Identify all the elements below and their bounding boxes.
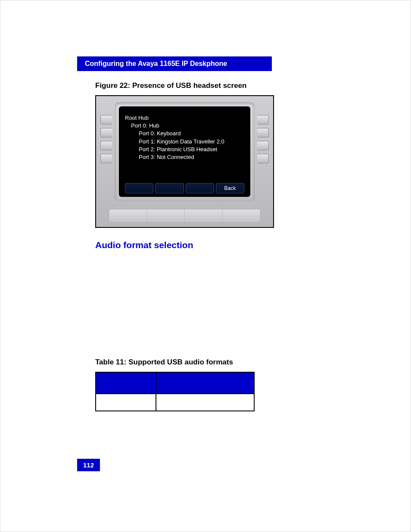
usb-device-tree: Root Hub Port 0: Hub Port 0: Keyboard Po… xyxy=(125,114,244,180)
section-heading-audio-format: Audio format selection xyxy=(95,240,342,250)
softkey-row: Back xyxy=(125,183,244,193)
side-key[interactable] xyxy=(100,154,112,163)
softkey-back[interactable]: Back xyxy=(216,183,244,193)
table-header-cell xyxy=(96,372,156,394)
table-cell xyxy=(96,394,156,411)
side-key[interactable] xyxy=(257,154,269,163)
side-key[interactable] xyxy=(100,115,112,124)
tree-sub-item: Port 0: Keyboard xyxy=(125,130,244,137)
softkey-2[interactable] xyxy=(155,183,184,193)
side-key[interactable] xyxy=(257,128,269,137)
right-side-keys xyxy=(257,102,269,201)
bottom-key[interactable] xyxy=(223,209,260,222)
softkey-3[interactable] xyxy=(186,183,214,193)
left-side-keys xyxy=(100,102,112,201)
table-header-cell xyxy=(156,372,254,394)
bottom-key[interactable] xyxy=(185,209,223,222)
softkey-1[interactable] xyxy=(125,183,153,193)
table-caption: Table 11: Supported USB audio formats xyxy=(95,358,342,367)
side-key[interactable] xyxy=(257,141,269,150)
section-header: Configuring the Avaya 1165E IP Deskphone xyxy=(77,56,272,71)
phone-screen: Root Hub Port 0: Hub Port 0: Keyboard Po… xyxy=(119,106,250,197)
tree-root: Root Hub xyxy=(125,114,244,122)
table-cell xyxy=(156,394,254,411)
deskphone-figure: Root Hub Port 0: Hub Port 0: Keyboard Po… xyxy=(95,95,274,228)
bottom-key[interactable] xyxy=(109,209,147,222)
tree-sub-item: Port 2: Plantronic USB Headset xyxy=(125,146,244,153)
tree-port0: Port 0: Hub xyxy=(125,122,244,130)
side-key[interactable] xyxy=(257,115,269,124)
bottom-key-bar xyxy=(109,209,261,223)
side-key[interactable] xyxy=(100,128,112,137)
audio-formats-table xyxy=(95,372,255,411)
table-header-row xyxy=(96,372,254,394)
side-key[interactable] xyxy=(100,141,112,150)
screen-bezel: Root Hub Port 0: Hub Port 0: Keyboard Po… xyxy=(115,102,255,201)
table-row xyxy=(96,394,254,411)
tree-sub-item: Port 3: Not Connected xyxy=(125,153,244,161)
bottom-key[interactable] xyxy=(147,209,185,222)
figure-caption: Figure 22: Presence of USB headset scree… xyxy=(95,81,342,90)
tree-sub-item: Port 1: Kingston Data Traveller 2.0 xyxy=(125,138,244,146)
page-number: 112 xyxy=(77,459,100,471)
